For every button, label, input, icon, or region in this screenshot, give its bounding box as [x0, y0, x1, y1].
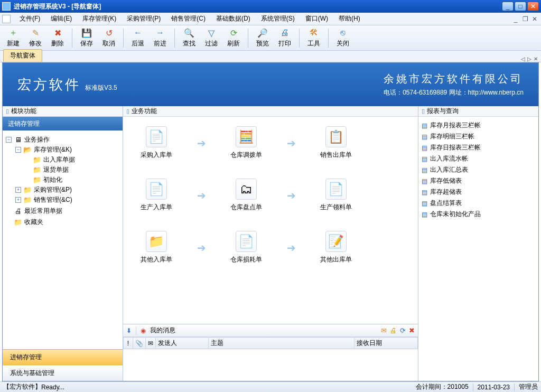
tree-node-0[interactable]: −📂库存管理(&K)	[14, 145, 120, 155]
tree-leaf-0-1[interactable]: 📁退货单据	[24, 165, 120, 175]
maximize-button[interactable]: □	[515, 2, 526, 11]
toolbar-删除[interactable]: ✖删除	[46, 26, 69, 50]
toolbar-后退[interactable]: ←后退	[127, 26, 149, 50]
tree-expand-icon[interactable]: +	[15, 197, 21, 203]
tree-expand-icon[interactable]: +	[15, 187, 21, 193]
menu-item-1[interactable]: 编辑(E)	[46, 13, 77, 25]
col-subject[interactable]: 主题	[209, 338, 355, 349]
toolbar-icon: 🛠	[309, 27, 319, 38]
toolbar-label: 保存	[80, 39, 93, 48]
toolbar-关闭[interactable]: ⎋关闭	[332, 26, 354, 50]
tree-root-business[interactable]: − 🖥 业务操作	[5, 135, 120, 145]
tree-leaf-label: 出入库单据	[43, 155, 75, 164]
download-icon[interactable]: ⬇	[126, 327, 132, 334]
report-item-3[interactable]: ▤出入库流水帐	[421, 153, 536, 164]
toolbar-预览[interactable]: 🔎预览	[251, 26, 274, 50]
toolbar-过滤[interactable]: ▽过滤	[200, 26, 222, 50]
tree-leaf-0-0[interactable]: 📁出入库单据	[24, 155, 120, 165]
print-message-icon[interactable]: 🖨	[390, 326, 397, 334]
toolbar-修改[interactable]: ✎修改	[24, 26, 46, 50]
toolbar-保存[interactable]: 💾保存	[76, 26, 98, 50]
func-label: 仓库损耗单	[230, 255, 262, 264]
tree-node-label: 库存管理(&K)	[34, 145, 72, 154]
toolbar-label: 后退	[132, 39, 144, 48]
func-仓库盘点单[interactable]: 🗂仓库盘点单	[222, 179, 270, 212]
tree-collapse-icon[interactable]: −	[6, 137, 12, 143]
sidebar-button-1[interactable]: 系统与基础管理	[3, 365, 123, 381]
func-其他入库单[interactable]: 📁其他入库单	[133, 231, 180, 264]
message-grid[interactable]: ! 📎 ✉ 发送人 主题 接收日期	[123, 337, 418, 381]
company-contact: 电话：0574-63169889 网址：http://www.nberp.cn	[384, 88, 524, 97]
menu-item-5[interactable]: 基础数据(D)	[211, 13, 255, 25]
center-section-header: 业务功能	[123, 106, 418, 117]
status-user: 管理员	[519, 382, 538, 391]
mdi-restore-icon[interactable]: ❐	[521, 15, 529, 23]
tab-next-icon[interactable]: ▷	[527, 56, 531, 62]
report-item-4[interactable]: ▤出入库汇总表	[421, 164, 536, 175]
report-item-8[interactable]: ▤仓库未初始化产品	[421, 209, 536, 220]
toolbar-工具[interactable]: 🛠工具	[303, 26, 325, 50]
col-read[interactable]: ✉	[146, 338, 156, 349]
func-销售出库单[interactable]: 📋销售出库单	[312, 126, 360, 160]
tree-extra-1[interactable]: 📁收藏夹	[5, 217, 120, 227]
func-其他出库单[interactable]: 📝其他出库单	[312, 231, 360, 264]
reports-panel: 报表与查询 ▤库存月报表三栏帐▤库存明细三栏帐▤库存日报表三栏帐▤出入库流水帐▤…	[418, 106, 538, 381]
toolbar-新建[interactable]: ＋新建	[2, 26, 24, 50]
toolbar-取消[interactable]: ↺取消	[98, 26, 120, 50]
sidebar-button-0[interactable]: 进销存管理	[3, 349, 123, 365]
col-sender[interactable]: 发送人	[156, 338, 209, 349]
report-label: 仓库未初始化产品	[430, 210, 481, 219]
bullet-icon: ◉	[141, 327, 146, 334]
tree-root-label: 业务操作	[24, 135, 50, 144]
refresh-message-icon[interactable]: ⟳	[400, 326, 406, 334]
tree-node-1[interactable]: +📁采购管理(&P)	[14, 185, 120, 195]
tab-prev-icon[interactable]: ◁	[521, 56, 525, 62]
menu-item-2[interactable]: 库存管理(K)	[78, 13, 121, 25]
new-message-icon[interactable]: ✉	[381, 326, 387, 334]
tree-leaf-0-2[interactable]: 📁初始化	[24, 175, 120, 185]
toolbar-刷新[interactable]: ⟳刷新	[222, 26, 245, 50]
menu-item-6[interactable]: 系统管理(S)	[256, 13, 300, 25]
col-recv-date[interactable]: 接收日期	[355, 338, 418, 349]
func-仓库损耗单[interactable]: 📄仓库损耗单	[222, 231, 270, 264]
func-生产入库单[interactable]: 📄生产入库单	[133, 179, 180, 212]
banner: 宏方软件 标准版V3.5 余姚市宏方软件有限公司 电话：0574-6316988…	[3, 63, 538, 106]
menu-item-3[interactable]: 采购管理(P)	[122, 13, 165, 25]
func-生产领料单[interactable]: 📄生产领料单	[312, 179, 360, 212]
report-item-5[interactable]: ▤库存低储表	[421, 175, 536, 186]
func-仓库调拨单[interactable]: 🧮仓库调拨单	[222, 126, 270, 160]
arrow-right-icon: ➔	[193, 138, 210, 148]
func-采购入库单[interactable]: 📄采购入库单	[133, 126, 180, 160]
tab-close-icon[interactable]: ✕	[534, 56, 538, 62]
menu-item-4[interactable]: 销售管理(C)	[166, 13, 210, 25]
toolbar-icon: ←	[133, 27, 143, 38]
company-name: 余姚市宏方软件有限公司	[384, 72, 524, 86]
report-item-6[interactable]: ▤库存超储表	[421, 186, 536, 198]
toolbar-前进[interactable]: →前进	[149, 26, 171, 50]
tab-nav-window[interactable]: 导航窗体	[3, 49, 42, 62]
sidebar-section-header: 模块功能	[3, 106, 123, 117]
menu-item-7[interactable]: 窗口(W)	[301, 13, 333, 25]
status-ready: Ready...	[41, 384, 64, 391]
report-item-2[interactable]: ▤库存日报表三栏帐	[421, 142, 536, 153]
col-priority[interactable]: !	[124, 338, 133, 349]
col-attach[interactable]: 📎	[133, 338, 146, 349]
delete-message-icon[interactable]: ✖	[409, 326, 415, 334]
arrow-right-icon: ➔	[283, 242, 300, 253]
menu-item-0[interactable]: 文件(F)	[15, 13, 45, 25]
mdi-close-icon[interactable]: ✕	[530, 15, 539, 23]
tree-node-2[interactable]: +📁销售管理(&C)	[14, 195, 120, 205]
report-item-0[interactable]: ▤库存月报表三栏帐	[421, 120, 536, 131]
tree-collapse-icon[interactable]: −	[15, 147, 21, 153]
report-item-7[interactable]: ▤盘点结算表	[421, 198, 536, 209]
report-item-1[interactable]: ▤库存明细三栏帐	[421, 131, 536, 142]
close-button[interactable]: ✕	[527, 2, 539, 11]
menu-item-8[interactable]: 帮助(H)	[334, 13, 365, 25]
toolbar-打印[interactable]: 🖨打印	[274, 26, 296, 50]
mdi-minimize-icon[interactable]: _	[511, 15, 520, 23]
tree-extra-0[interactable]: 🖨最近常用单据	[5, 206, 120, 216]
func-icon: 📁	[146, 231, 167, 252]
toolbar-查找[interactable]: 🔍查找	[178, 26, 200, 50]
func-icon: 📄	[325, 179, 347, 200]
minimize-button[interactable]: _	[502, 2, 514, 11]
